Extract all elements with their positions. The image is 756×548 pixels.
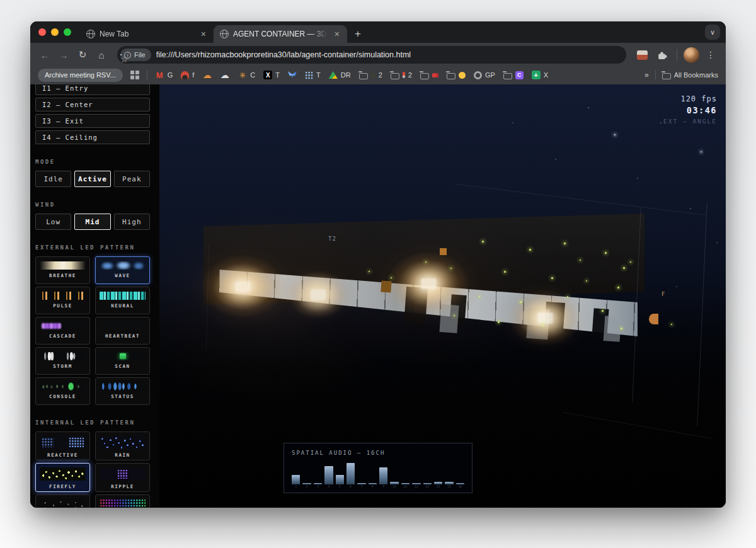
- bookmarks-overflow-icon[interactable]: »: [644, 71, 649, 79]
- tab-search-chevron-icon[interactable]: ∨: [705, 25, 720, 40]
- toolbar-separator: [677, 49, 677, 60]
- bookmark-dots[interactable]: T: [305, 71, 321, 79]
- pattern-tile-cascade[interactable]: CASCADE: [35, 317, 90, 345]
- new-tab-button[interactable]: +: [347, 25, 369, 43]
- apps-grid-icon[interactable]: [130, 71, 139, 79]
- bookmark-folder-4[interactable]: [447, 71, 466, 79]
- forward-icon[interactable]: →: [55, 47, 72, 63]
- close-window-button[interactable]: [38, 28, 46, 36]
- firefly-dot: [551, 277, 553, 279]
- firefly-dot: [482, 241, 484, 243]
- bookmark-label: 2: [408, 71, 412, 79]
- mode-option-idle[interactable]: Idle: [35, 171, 71, 187]
- input-button-i4[interactable]: I4 — Ceiling: [35, 130, 150, 144]
- pattern-tile-breathe[interactable]: BREATHE: [35, 256, 90, 284]
- pattern-tile-pulse[interactable]: PULSE: [35, 287, 90, 314]
- audio-channel-label: 10: [390, 484, 398, 489]
- tab-close-icon[interactable]: ×: [332, 28, 342, 40]
- scene-marker-t2: T2: [328, 236, 336, 242]
- input-button-i2[interactable]: I2 — Center: [35, 98, 150, 111]
- folder-icon: [359, 73, 368, 79]
- audio-channel-label: 2: [302, 484, 311, 489]
- bookmark-arc[interactable]: f: [181, 71, 194, 79]
- mode-option-active[interactable]: Active: [74, 171, 110, 187]
- back-icon[interactable]: ←: [37, 47, 53, 63]
- bookmark-cloud-orange[interactable]: [202, 71, 212, 80]
- bookmark-gp[interactable]: GP: [474, 71, 495, 79]
- extension-shortcut-icon[interactable]: [637, 50, 648, 60]
- pattern-tile-neural[interactable]: NEURAL: [95, 287, 150, 314]
- bookmark-starburst[interactable]: C: [238, 71, 255, 80]
- pattern-tile-status[interactable]: STATUS: [95, 377, 150, 405]
- tab-group-chip[interactable]: Archive meeting RSV...: [38, 69, 123, 82]
- audio-bar: [336, 475, 344, 484]
- pattern-tile-label: PULSE: [40, 303, 86, 309]
- pattern-tile-spectrum[interactable]: [95, 494, 150, 508]
- audio-bar: [346, 463, 355, 484]
- pattern-tile-storm[interactable]: STORM: [35, 347, 90, 375]
- spatial-audio-panel: SPATIAL AUDIO — 16CH 1234567891011121314…: [284, 443, 472, 493]
- bookmark-folder-5[interactable]: [503, 71, 524, 79]
- ripple-preview: [100, 467, 146, 481]
- green-plus-icon: [532, 71, 541, 79]
- bookmark-drive[interactable]: DR: [329, 71, 351, 79]
- minimize-window-button[interactable]: [51, 28, 59, 36]
- input-button-i1[interactable]: I1 — Entry: [35, 84, 150, 95]
- heartbeat-preview: [100, 322, 146, 330]
- firefly-dot: [504, 271, 506, 273]
- wind-option-mid[interactable]: Mid: [74, 214, 110, 230]
- all-bookmarks-button[interactable]: All Bookmarks: [662, 71, 718, 79]
- folder-icon: [420, 73, 429, 79]
- bookmark-folder-1[interactable]: 2: [359, 71, 382, 79]
- firefly-dot: [617, 287, 619, 288]
- pattern-tile-label: REACTIVE: [40, 452, 86, 458]
- home-icon[interactable]: ⌂: [93, 47, 110, 63]
- url-text[interactable]: file:///Users/rhizomacbookproretina30/la…: [156, 50, 620, 59]
- zoom-window-button[interactable]: [64, 28, 71, 36]
- wind-option-low[interactable]: Low: [35, 214, 71, 230]
- audio-channel-label: 7: [357, 484, 365, 489]
- bookmark-butterfly[interactable]: [288, 71, 297, 79]
- firefly-dot: [580, 260, 581, 261]
- external-pattern-grid: BREATHEWAVEPULSENEURALCASCADEHEARTBEATST…: [35, 256, 150, 405]
- profile-avatar[interactable]: [684, 47, 699, 63]
- simulation-canvas[interactable]: T2F 120 fps 03:46 EXT — ANGLE SPATIAL AU…: [159, 84, 726, 508]
- bookmark-star-icon[interactable]: ☆: [120, 54, 122, 55]
- bookmark-folder-3[interactable]: [420, 71, 438, 79]
- mode-option-peak[interactable]: Peak: [114, 171, 150, 187]
- bookmark-label: T: [275, 71, 280, 79]
- reload-icon[interactable]: ↻: [74, 47, 91, 63]
- wind-option-high[interactable]: High: [114, 214, 150, 230]
- pattern-tile-sparse[interactable]: [35, 494, 90, 508]
- pattern-tile-reactive[interactable]: REACTIVE: [35, 431, 90, 460]
- input-button-i3[interactable]: I3 — Exit: [35, 114, 150, 128]
- tab-new-tab[interactable]: New Tab ×: [80, 25, 214, 43]
- globe-favicon-icon: [86, 30, 95, 38]
- tab-close-icon[interactable]: ×: [198, 28, 209, 40]
- bookmark-cloud-white[interactable]: [220, 71, 229, 80]
- container-edge-line: [455, 184, 706, 215]
- star-dot: [690, 208, 691, 209]
- audio-channel: 12: [412, 456, 420, 489]
- bookmark-x[interactable]: T: [263, 71, 280, 79]
- mode-options: IdleActivePeak: [35, 171, 150, 187]
- tab-agent-container[interactable]: AGENT CONTAINER — 3D Sim ×: [214, 25, 347, 43]
- bookmark-gmail[interactable]: G: [155, 71, 173, 80]
- menu-kebab-icon[interactable]: ⋮: [702, 50, 719, 60]
- audio-channel: 11: [401, 456, 410, 489]
- audio-bars: 12345678910111213141516: [292, 456, 464, 489]
- open-panel: [604, 316, 622, 342]
- scene-marker-f: F: [662, 291, 665, 297]
- bookmark-sheet[interactable]: X: [532, 71, 548, 79]
- pattern-tile-firefly[interactable]: FIREFLY: [35, 463, 90, 492]
- pattern-tile-wave[interactable]: WAVE: [95, 256, 150, 284]
- pattern-tile-scan[interactable]: SCAN: [95, 347, 150, 375]
- extensions-puzzle-icon[interactable]: [656, 50, 667, 60]
- tab-title: AGENT CONTAINER — 3D Sim: [233, 30, 328, 38]
- pattern-tile-console[interactable]: CONSOLE: [35, 377, 90, 405]
- address-bar[interactable]: i File file:///Users/rhizomacbookproreti…: [117, 46, 626, 64]
- bookmark-folder-2[interactable]: 2: [391, 71, 412, 79]
- pattern-tile-heartbeat[interactable]: HEARTBEAT: [95, 317, 150, 345]
- pattern-tile-ripple[interactable]: RIPPLE: [95, 463, 150, 492]
- pattern-tile-rain[interactable]: RAIN: [95, 431, 150, 460]
